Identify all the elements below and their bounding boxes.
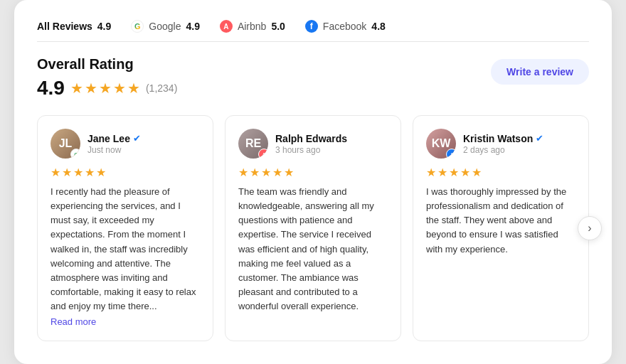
review-stars-2: ★ ★ ★ ★ ★ [426,166,575,179]
tab-google[interactable]: G Google 4.9 [131,20,200,33]
review-card-2: KW f Kristin Watson ✔ 2 days ago ★ ★ ★ ★… [413,115,589,341]
source-tabs: All Reviews 4.9 G Google 4.9 A Airbnb 5.… [37,20,589,42]
avatar-initials-2: KW [432,137,451,150]
overall-stars-row: 4.9 ★ ★ ★ ★ ★ (1,234) [37,77,177,100]
overall-stars: ★ ★ ★ ★ ★ [70,80,140,97]
avatar-1: RE A [238,129,268,159]
tab-facebook-label: Facebook [323,21,366,32]
reviewer-info-2: Kristin Watson ✔ 2 days ago [463,133,575,155]
avatar-2: KW f [426,129,456,159]
verified-icon-2: ✔ [536,133,543,144]
reviewer-name-0: Jane Lee [87,133,130,144]
write-review-button[interactable]: Write a review [491,59,589,85]
review-count: (1,234) [146,82,177,94]
read-more-0[interactable]: Read more [51,316,96,327]
source-badge-2: f [446,149,456,159]
next-button[interactable]: › [578,216,602,240]
review-time-2: 2 days ago [463,145,575,155]
verified-icon-0: ✔ [133,133,141,144]
overall-title: Overall Rating [37,56,177,73]
reviewer-name-row-0: Jane Lee ✔ [87,133,200,144]
reviewer-header-0: JL G Jane Lee ✔ Just now [51,129,200,159]
star-3: ★ [99,80,112,97]
tab-airbnb-rating: 5.0 [271,21,285,32]
star-2: ★ [85,80,97,97]
review-stars-0: ★ ★ ★ ★ ★ [51,166,200,179]
tab-airbnb[interactable]: A Airbnb 5.0 [220,20,285,33]
avatar-initials-0: JL [59,137,73,150]
source-badge-1: A [258,149,268,159]
reviewer-name-row-1: Ralph Edwards [275,133,388,144]
reviews-grid: JL G Jane Lee ✔ Just now ★ ★ ★ ★ ★ I rec [37,115,589,341]
tab-airbnb-label: Airbnb [238,21,266,32]
review-card-0: JL G Jane Lee ✔ Just now ★ ★ ★ ★ ★ I rec [37,115,213,341]
tab-google-rating: 4.9 [186,21,199,32]
avatar-initials-1: RE [245,137,261,150]
source-badge-0: G [70,149,80,159]
tab-all-rating: 4.9 [97,21,111,32]
review-text-0: I recently had the pleasure of experienc… [51,185,200,314]
review-text-1: The team was friendly and knowledgeable,… [238,185,388,314]
airbnb-icon: A [220,20,233,33]
star-1: ★ [70,80,83,97]
reviewer-name-row-2: Kristin Watson ✔ [463,133,575,144]
review-stars-1: ★ ★ ★ ★ ★ [238,166,388,179]
reviewer-name-2: Kristin Watson [463,133,533,144]
tab-all[interactable]: All Reviews 4.9 [37,21,111,32]
avatar-0: JL G [51,129,80,159]
google-icon: G [131,20,144,33]
review-text-2: I was thoroughly impressed by the profes… [426,185,575,257]
reviewer-info-1: Ralph Edwards 3 hours ago [275,133,388,155]
overall-left: Overall Rating 4.9 ★ ★ ★ ★ ★ (1,234) [37,56,177,100]
tab-facebook-rating: 4.8 [371,21,385,32]
reviewer-name-1: Ralph Edwards [275,133,347,144]
tab-facebook[interactable]: f Facebook 4.8 [305,20,386,33]
review-time-1: 3 hours ago [275,145,388,155]
tab-all-label: All Reviews [37,21,92,32]
tab-google-label: Google [149,21,181,32]
overall-rating-section: Overall Rating 4.9 ★ ★ ★ ★ ★ (1,234) Wri… [37,56,589,100]
review-card-1: RE A Ralph Edwards 3 hours ago ★ ★ ★ ★ ★… [225,115,401,341]
star-5: ★ [127,80,140,97]
facebook-icon: f [305,20,318,33]
star-4: ★ [113,80,126,97]
reviews-card: All Reviews 4.9 G Google 4.9 A Airbnb 5.… [14,0,612,364]
reviewer-info-0: Jane Lee ✔ Just now [87,133,200,155]
review-time-0: Just now [87,145,200,155]
overall-rating-value: 4.9 [37,77,65,100]
reviewer-header-1: RE A Ralph Edwards 3 hours ago [238,129,388,159]
reviewer-header-2: KW f Kristin Watson ✔ 2 days ago [426,129,575,159]
